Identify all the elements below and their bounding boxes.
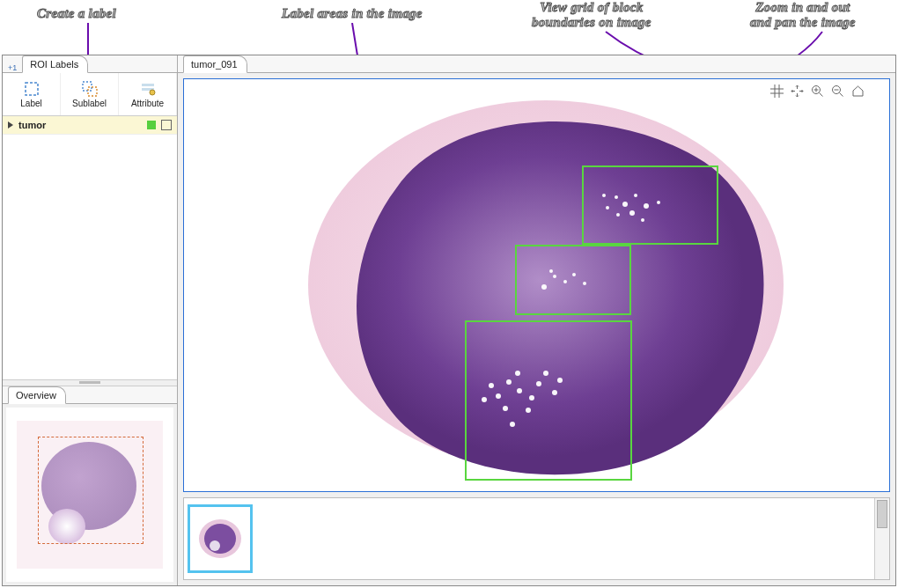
label-list: tumor bbox=[3, 116, 177, 379]
app-frame: +1 ROI Labels Label Sublabel Attribute t… bbox=[2, 55, 896, 586]
strip-scrollbar[interactable] bbox=[874, 498, 889, 579]
callout-label-areas: Label areas in the image bbox=[282, 6, 423, 21]
thumbnail-image bbox=[195, 514, 245, 563]
roi-box[interactable] bbox=[465, 320, 632, 481]
left-panel: +1 ROI Labels Label Sublabel Attribute t… bbox=[3, 55, 178, 585]
label-toolbar: Label Sublabel Attribute bbox=[3, 73, 177, 116]
horizontal-splitter[interactable] bbox=[3, 379, 177, 386]
scrollbar-thumb[interactable] bbox=[877, 500, 887, 528]
label-name: tumor bbox=[18, 120, 46, 130]
root: Create a label Label areas in the image … bbox=[0, 0, 898, 588]
svg-point-41 bbox=[210, 540, 220, 551]
image-canvas[interactable] bbox=[184, 79, 889, 491]
roi-box[interactable] bbox=[582, 165, 718, 245]
tab-pin-badge: +1 bbox=[8, 63, 17, 72]
overview-body[interactable] bbox=[6, 408, 173, 582]
right-panel: tumor_091 bbox=[178, 55, 895, 585]
sublabel-button-text: Sublabel bbox=[72, 99, 107, 108]
svg-rect-1 bbox=[83, 82, 92, 91]
attribute-button-text: Attribute bbox=[131, 99, 164, 108]
attribute-icon bbox=[140, 81, 156, 97]
color-swatch[interactable] bbox=[147, 121, 156, 129]
overview-tabbar: Overview bbox=[3, 386, 177, 404]
svg-point-5 bbox=[150, 90, 155, 95]
image-canvas-wrap bbox=[183, 78, 890, 492]
sublabel-icon bbox=[82, 81, 98, 97]
tissue-sample bbox=[291, 83, 784, 488]
callout-grid: View grid of blockboundaries on image bbox=[532, 0, 651, 31]
overview-panel: Overview bbox=[3, 386, 177, 585]
tab-image[interactable]: tumor_091 bbox=[183, 55, 247, 73]
shape-rect-icon[interactable] bbox=[161, 120, 172, 130]
zoom-in-icon[interactable] bbox=[811, 85, 824, 98]
attribute-button[interactable]: Attribute bbox=[119, 73, 177, 115]
callout-zoom: Zoom in and outand pan the image bbox=[750, 0, 856, 31]
zoom-out-icon[interactable] bbox=[831, 85, 844, 98]
roi-tabbar: +1 ROI Labels bbox=[3, 55, 177, 73]
expand-icon[interactable] bbox=[8, 121, 13, 129]
svg-rect-0 bbox=[26, 83, 38, 95]
roi-box[interactable] bbox=[515, 245, 631, 315]
svg-rect-3 bbox=[142, 84, 154, 86]
image-tabbar: tumor_091 bbox=[178, 55, 895, 73]
pan-icon[interactable] bbox=[791, 85, 804, 98]
tab-overview[interactable]: Overview bbox=[8, 386, 66, 404]
thumbnail-strip bbox=[183, 497, 890, 580]
svg-rect-2 bbox=[88, 87, 97, 96]
tab-roi-labels[interactable]: ROI Labels bbox=[22, 55, 88, 73]
thumbnail[interactable] bbox=[188, 504, 253, 573]
overview-viewport[interactable] bbox=[38, 437, 144, 544]
grid-icon[interactable] bbox=[770, 85, 784, 98]
callout-create-label: Create a label bbox=[37, 6, 116, 21]
label-icon bbox=[24, 81, 40, 97]
label-row-tumor[interactable]: tumor bbox=[3, 116, 177, 135]
sublabel-button[interactable]: Sublabel bbox=[61, 73, 119, 115]
home-icon[interactable] bbox=[851, 85, 865, 98]
overview-thumbnail[interactable] bbox=[17, 421, 163, 569]
image-toolbar bbox=[770, 83, 865, 99]
label-button-text: Label bbox=[20, 99, 41, 108]
label-button[interactable]: Label bbox=[3, 73, 61, 115]
svg-point-40 bbox=[204, 524, 236, 554]
